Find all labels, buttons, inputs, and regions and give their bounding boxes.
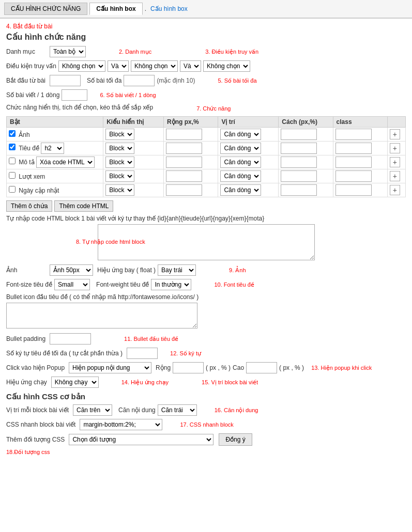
mota-option-select[interactable]: Xóa code HTML	[36, 157, 95, 168]
rong-mota[interactable]	[166, 157, 202, 168]
checkbox-tieude[interactable]	[9, 144, 16, 150]
cach-tieude[interactable]	[281, 143, 317, 154]
rong-anh[interactable]	[166, 129, 202, 140]
checkbox-luotxem[interactable]	[9, 172, 16, 179]
css-nhanh-select[interactable]: margin-bottom:2%; padding:4px;	[80, 419, 162, 430]
doi-tuong-annotation: 18.Đối tượng css	[6, 449, 406, 456]
so-bai-toi-da-input[interactable]	[124, 75, 155, 86]
cach-anh[interactable]	[281, 129, 317, 140]
bullet-textarea[interactable]	[6, 303, 197, 328]
so-ky-tu-input[interactable]	[127, 348, 158, 359]
plus-btn-mota[interactable]: +	[390, 157, 400, 167]
hieu-ung-bay-select[interactable]: Bay trái Bay phải Không	[158, 264, 196, 276]
them-btn-row: Thêm ô chứa Thêm code HTML	[6, 200, 406, 212]
bullet-padding-row: Bullet padding 11. Bullet đầu tiêu đề	[6, 333, 406, 345]
so-ky-tu-row: Số ký tự tiêu đề tối đa ( tự cắt phần th…	[6, 348, 406, 359]
hieu-ung-chay-row: Hiệu ứng chạy Không chạy Chạy ngang Chạy…	[6, 377, 406, 388]
col-bat: Bật	[7, 117, 103, 128]
checkbox-mota[interactable]	[9, 158, 16, 164]
dieu-kien-select3[interactable]: Không chọn	[203, 60, 250, 72]
rong-ngay[interactable]	[166, 184, 202, 196]
tab-link-cau-hinh-box[interactable]: Cấu hình box	[150, 5, 188, 12]
rong-luotxem[interactable]	[166, 170, 202, 182]
bullet-padding-label: Bullet padding	[6, 335, 45, 342]
class-ngay[interactable]	[335, 184, 372, 196]
dieu-kien-select2[interactable]: Không chọn	[131, 60, 178, 72]
vitri-ngay[interactable]: Căn dòng	[220, 184, 261, 196]
plus-btn-ngay[interactable]: +	[390, 185, 400, 195]
cach-ngay[interactable]	[281, 184, 317, 196]
dieu-kien-label: Điều kiện truy vấn	[6, 62, 56, 70]
them-doi-tuong-row: Thêm đối tượng CSS Chọn đối tượng Đồng ý	[6, 433, 406, 446]
class-mota[interactable]	[335, 157, 372, 168]
vitri-anh[interactable]: Căn dòng	[220, 129, 261, 140]
rong-popup-input[interactable]	[173, 362, 204, 373]
cao-popup-input[interactable]	[246, 362, 277, 373]
kieu-luotxem[interactable]: Block	[105, 170, 134, 182]
plus-btn-tieude[interactable]: +	[390, 143, 400, 153]
btn-them-code-html[interactable]: Thêm code HTML	[54, 200, 113, 212]
font-weight-select[interactable]: In thường In đậm	[151, 279, 191, 290]
so-bai-viet-input[interactable]	[62, 89, 87, 101]
them-doi-tuong-select[interactable]: Chọn đối tượng	[69, 434, 213, 445]
vitri-mota[interactable]: Căn dòng	[220, 157, 261, 168]
dieu-kien-row: Điều kiện truy vấn Không chọn Và Không c…	[6, 60, 406, 72]
font-size-select[interactable]: Small Medium Large	[54, 279, 90, 290]
mac-dinh-label: (mặc định 10)	[157, 77, 195, 84]
click-popup-select[interactable]: Hiện popup nội dung Không hiện	[69, 362, 151, 373]
vi-tri-moi-select[interactable]: Căn trên Căn dưới Căn giữa	[73, 404, 112, 416]
bullet-annotation: 11. Bullet đầu tiêu đề	[124, 336, 178, 342]
font-row: Font-size tiêu đề Small Medium Large Fon…	[6, 279, 406, 290]
vitri-tieude[interactable]: Căn dòng	[220, 143, 261, 154]
btn-them-o-chua[interactable]: Thêm ô chứa	[6, 200, 52, 212]
so-bai-viet-label: Số bài viết / 1 dòng	[6, 91, 59, 99]
popup-annotation: 13. Hiện popup khi click	[311, 365, 372, 371]
tab-separator: .	[145, 5, 146, 12]
class-luotxem[interactable]	[335, 170, 372, 182]
hieu-ung-chay-select[interactable]: Không chạy Chạy ngang Chạy dọc	[51, 377, 99, 388]
va-select1[interactable]: Và	[108, 60, 129, 72]
row-label-ngay: Ngày cập nhật	[19, 187, 59, 194]
bat-dau-input[interactable]	[50, 75, 81, 86]
section-title: Cấu hình chức năng	[6, 32, 406, 42]
danh-muc-select[interactable]: Toàn bộ	[50, 46, 86, 57]
checkbox-anh[interactable]	[9, 130, 16, 137]
heading-select[interactable]: h2h3h4	[41, 143, 64, 154]
click-popup-label: Click vào hiện Popup	[6, 364, 65, 371]
plus-btn-luotxem[interactable]: +	[390, 171, 400, 181]
kieu-ngay[interactable]: Block	[105, 184, 134, 196]
anh-size-select[interactable]: Ảnh 50px Ảnh 100px Ảnh 200px	[50, 264, 93, 276]
kieu-mota[interactable]: Block	[105, 157, 134, 168]
class-tieude[interactable]	[335, 143, 372, 154]
table-row: Mô tả Xóa code HTML Block Căn dòng +	[7, 155, 406, 169]
col-cach: Cách (px,%)	[279, 117, 333, 128]
dong-y-btn[interactable]: Đồng ý	[219, 433, 252, 446]
class-anh[interactable]	[335, 129, 372, 140]
col-kieu: Kiểu hiển thị	[103, 117, 164, 128]
tu-nhap-desc: Tự nhập code HTML block 1 bài viết với k…	[6, 215, 406, 222]
kieu-anh[interactable]: Block	[105, 129, 134, 140]
tab-cau-hinh-box[interactable]: Cấu hình box	[89, 3, 142, 15]
danh-muc-annotation: 2. Danh mục	[119, 49, 151, 55]
danh-muc-row: Danh mục Toàn bộ 2. Danh mục 3. Điều kiệ…	[6, 46, 406, 57]
va-select2[interactable]: Và	[180, 60, 201, 72]
can-noi-dung-label: Căn nội dung	[118, 406, 156, 414]
rong-tieude[interactable]	[166, 143, 202, 154]
dieu-kien-select1[interactable]: Không chọn	[58, 60, 105, 72]
start-annotation: 4. Bắt đầu từ bài	[6, 23, 406, 30]
can-noi-dung-select[interactable]: Căn trái Căn phải Căn giữa	[158, 404, 197, 416]
plus-btn-anh[interactable]: +	[390, 129, 400, 139]
dieu-kien-annotation: 3. Điều kiện truy vấn	[205, 49, 258, 55]
bullet-padding-input[interactable]	[50, 333, 91, 345]
tab-cau-hinh-chuc-nang[interactable]: CẤU HÌNH CHỨC NĂNG	[4, 3, 87, 15]
css-nhanh-row: CSS nhanh block bài viết margin-bottom:2…	[6, 419, 406, 430]
hieu-ung-annotation: 14. Hiệu ứng chạy	[121, 379, 169, 386]
kieu-tieude[interactable]: Block	[105, 143, 134, 154]
header-tabs: CẤU HÌNH CHỨC NĂNG Cấu hình box . Cấu hì…	[0, 0, 412, 19]
vitri-luotxem[interactable]: Căn dòng	[220, 170, 261, 182]
so-bai-annotation: 5. Số bài tối đa	[218, 77, 256, 84]
cach-mota[interactable]	[281, 157, 317, 168]
checkbox-ngay[interactable]	[9, 186, 16, 193]
cach-luotxem[interactable]	[281, 170, 317, 182]
bat-dau-label: Bắt đầu từ bài	[6, 77, 48, 84]
